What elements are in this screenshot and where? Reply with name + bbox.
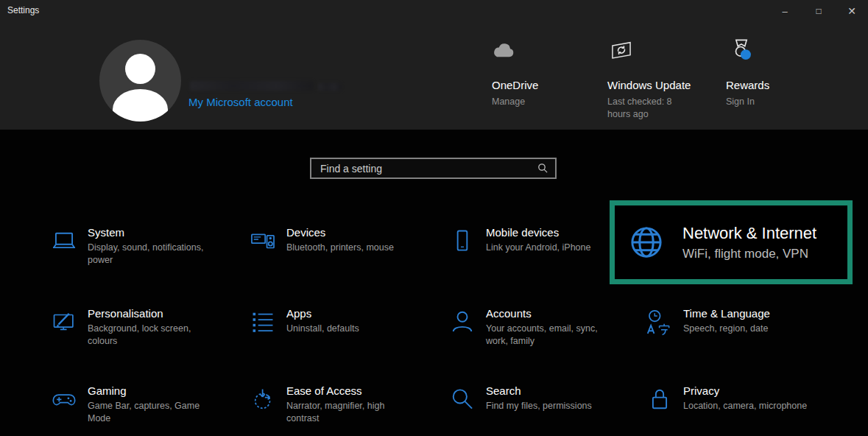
- ease-of-access-icon: [249, 385, 277, 413]
- header-band: Settings – □ ✕ My Microsoft account OneD…: [0, 0, 868, 130]
- personalisation-icon: [50, 308, 78, 336]
- category-tile-personalisation[interactable]: Personalisation Background, lock screen,…: [50, 306, 234, 347]
- apps-icon: [249, 308, 277, 336]
- category-subtitle: Location, camera, microphone: [683, 400, 807, 412]
- category-title: Ease of Access: [286, 384, 384, 398]
- lock-icon: [646, 385, 674, 413]
- category-title: Accounts: [486, 306, 598, 320]
- category-subtitle: Bluetooth, printers, mouse: [286, 242, 394, 254]
- avatar-head-shape: [125, 54, 155, 84]
- category-subtitle: Narrator, magnifier, high contrast: [286, 400, 384, 424]
- category-title: Gaming: [88, 384, 200, 398]
- laptop-icon: [50, 227, 78, 255]
- category-title: Devices: [286, 225, 394, 239]
- category-subtitle: WiFi, flight mode, VPN: [682, 247, 816, 261]
- devices-icon: [249, 227, 277, 255]
- time-language-icon: [646, 308, 674, 336]
- category-title: Mobile devices: [486, 225, 590, 239]
- search-icon: [537, 163, 548, 174]
- category-subtitle: Link your Android, iPhone: [486, 242, 590, 254]
- find-a-setting-searchbox[interactable]: [310, 158, 557, 179]
- category-subtitle: Display, sound, notifications, power: [88, 242, 204, 266]
- category-tile-accounts[interactable]: Accounts Your accounts, email, sync, wor…: [448, 306, 632, 347]
- my-microsoft-account-link[interactable]: My Microsoft account: [188, 96, 293, 108]
- onedrive-cloud-icon: [490, 38, 517, 65]
- quick-item-rewards[interactable]: Rewards Sign In: [726, 0, 807, 130]
- person-icon: [448, 308, 476, 336]
- category-subtitle: Your accounts, email, sync, work, family: [486, 323, 598, 347]
- category-tile-apps[interactable]: Apps Uninstall, defaults: [249, 306, 433, 336]
- quick-item-subtitle: Sign In: [726, 96, 755, 108]
- category-tile-time-language[interactable]: Time & Language Speech, region, date: [646, 306, 830, 336]
- gamepad-icon: [50, 385, 78, 413]
- search-input[interactable]: [311, 163, 537, 175]
- category-title: Privacy: [683, 384, 807, 398]
- category-title: Apps: [286, 306, 359, 320]
- quick-item-subtitle: Last checked: 8 hours ago: [607, 96, 681, 120]
- window-title: Settings: [7, 5, 39, 15]
- quick-item-windows-update[interactable]: Windows Update Last checked: 8 hours ago: [607, 0, 688, 130]
- globe-icon: [627, 222, 666, 262]
- category-tile-privacy[interactable]: Privacy Location, camera, microphone: [646, 384, 830, 413]
- category-tile-gaming[interactable]: Gaming Game Bar, captures, Game Mode: [50, 384, 234, 424]
- category-title: Network & Internet: [682, 224, 816, 243]
- close-icon: ✕: [847, 5, 856, 17]
- category-title: Time & Language: [683, 306, 770, 320]
- close-button[interactable]: ✕: [836, 0, 868, 22]
- category-tile-mobile-devices[interactable]: Mobile devices Link your Android, iPhone: [448, 225, 632, 255]
- redacted-account-detail: [318, 83, 342, 91]
- windows-update-icon: [609, 38, 634, 63]
- category-tile-ease-of-access[interactable]: Ease of Access Narrator, magnifier, high…: [249, 384, 433, 424]
- maximize-icon: □: [816, 6, 821, 16]
- quick-item-title: Windows Update: [607, 79, 691, 91]
- category-tile-search[interactable]: Search Find my files, permissions: [448, 384, 632, 413]
- category-title: Personalisation: [88, 306, 191, 320]
- settings-window: Settings – □ ✕ My Microsoft account OneD…: [0, 0, 868, 436]
- avatar-torso-shape: [113, 89, 168, 122]
- phone-icon: [448, 227, 476, 255]
- quick-item-title: Rewards: [726, 79, 769, 91]
- category-tile-network-internet-highlighted[interactable]: Network & Internet WiFi, flight mode, VP…: [610, 200, 853, 284]
- category-subtitle: Uninstall, defaults: [286, 323, 359, 335]
- quick-item-title: OneDrive: [492, 79, 538, 91]
- quick-item-subtitle: Manage: [492, 96, 525, 108]
- category-subtitle: Find my files, permissions: [486, 400, 592, 412]
- user-avatar: [99, 40, 181, 122]
- category-tile-devices[interactable]: Devices Bluetooth, printers, mouse: [249, 225, 433, 255]
- redacted-account-name: [190, 81, 314, 91]
- category-title: System: [88, 225, 204, 239]
- quick-item-onedrive[interactable]: OneDrive Manage: [490, 0, 593, 130]
- rewards-medal-icon: [727, 37, 755, 65]
- category-subtitle: Game Bar, captures, Game Mode: [88, 400, 200, 424]
- magnifier-icon: [448, 385, 476, 413]
- category-subtitle: Background, lock screen, colours: [88, 323, 191, 347]
- category-tile-system[interactable]: System Display, sound, notifications, po…: [50, 225, 234, 266]
- category-subtitle: Speech, region, date: [683, 323, 770, 335]
- category-title: Search: [486, 384, 592, 398]
